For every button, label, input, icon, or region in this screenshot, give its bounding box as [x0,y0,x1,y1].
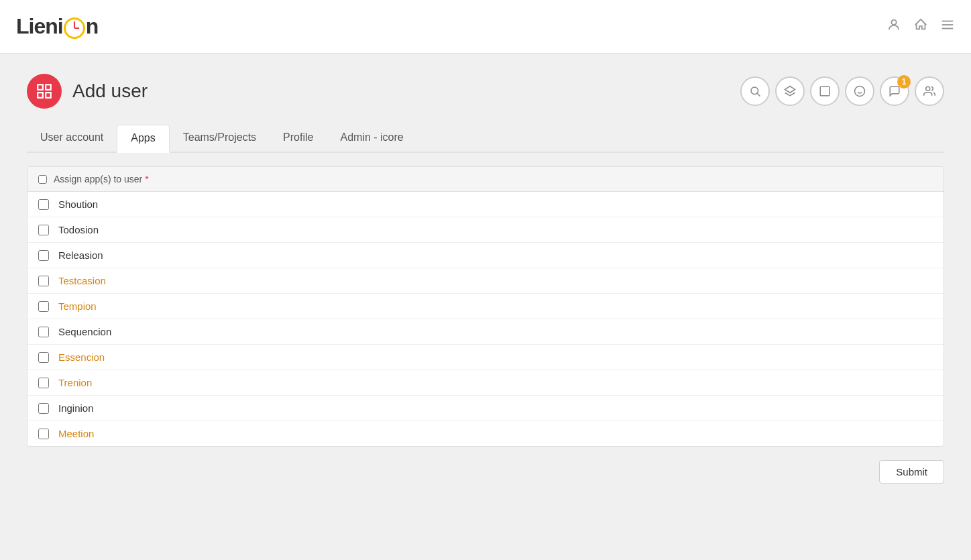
app-checkbox-2[interactable] [38,250,49,261]
assign-apps-label: Assign app(s) to user * [54,174,149,184]
svg-point-8 [751,87,758,95]
header: Lienin [0,0,971,54]
svg-rect-5 [46,85,51,90]
svg-point-15 [926,87,930,91]
svg-point-0 [891,19,896,24]
app-name-4: Tempion [58,300,97,312]
app-checkbox-9[interactable] [38,429,49,439]
app-row: Testcasion [27,268,944,294]
app-name-3: Testcasion [58,275,106,286]
app-list-header: Assign app(s) to user * [27,167,944,192]
app-row: Shoution [27,192,944,217]
main-content: Add user 1 User account [0,54,971,510]
app-name-8: Inginion [58,402,94,414]
home-icon[interactable] [913,17,928,36]
app-row: Inginion [27,396,944,421]
svg-line-9 [757,93,760,96]
app-list: ShoutionTodosionReleasionTestcasionTempi… [27,192,944,446]
tab-admin-icore[interactable]: Admin - icore [327,125,416,153]
app-row: Releasion [27,243,944,268]
svg-rect-7 [46,93,51,98]
logo-text-lieni: Lieni [16,14,63,38]
chat-badge: 1 [897,75,911,89]
app-checkbox-0[interactable] [38,199,49,210]
app-checkbox-7[interactable] [38,378,49,388]
app-checkbox-6[interactable] [38,352,49,363]
app-checkbox-8[interactable] [38,403,49,414]
svg-rect-11 [820,87,830,96]
app-checkbox-4[interactable] [38,301,49,312]
app-name-1: Todosion [58,224,99,235]
page-icon [27,74,62,109]
svg-point-12 [855,87,865,97]
app-checkbox-5[interactable] [38,327,49,337]
menu-icon[interactable] [940,17,955,36]
app-row: Todosion [27,217,944,243]
crop-toolbar-btn[interactable] [810,76,840,106]
tab-user-account[interactable]: User account [27,125,117,153]
layers-toolbar-btn[interactable] [775,76,805,106]
app-row: Sequencion [27,319,944,345]
app-row: Meetion [27,421,944,446]
toolbar-icons: 1 [740,76,944,106]
person-icon[interactable] [887,17,901,36]
emoji-toolbar-btn[interactable] [845,76,874,106]
logo: Lienin [16,14,98,39]
app-name-5: Sequencion [58,326,111,337]
page-title: Add user [72,80,148,102]
logo-clock-icon [64,17,85,39]
tab-teams-projects[interactable]: Teams/Projects [170,125,270,153]
tab-apps[interactable]: Apps [117,125,169,153]
search-toolbar-btn[interactable] [740,76,770,106]
app-row: Essencion [27,345,944,370]
submit-area: Submit [27,447,944,490]
select-all-checkbox[interactable] [38,175,47,184]
svg-rect-4 [38,85,43,90]
app-checkbox-1[interactable] [38,225,49,235]
app-row: Trenion [27,370,944,396]
group-toolbar-btn[interactable] [915,76,944,106]
svg-marker-10 [785,87,795,93]
app-name-6: Essencion [58,351,105,363]
app-name-2: Releasion [58,249,103,261]
app-name-7: Trenion [58,377,92,388]
app-checkbox-3[interactable] [38,276,49,286]
app-name-9: Meetion [58,428,94,439]
submit-button[interactable]: Submit [879,460,944,484]
page-title-area: Add user [27,74,148,109]
logo-text-n: n [86,14,99,38]
apps-card: Assign app(s) to user * ShoutionTodosion… [27,166,944,447]
tab-profile[interactable]: Profile [270,125,327,153]
required-marker: * [145,174,148,184]
tabs: User account Apps Teams/Projects Profile… [27,125,944,153]
svg-rect-6 [38,93,43,98]
app-row: Tempion [27,294,944,319]
header-right [887,17,955,36]
app-name-0: Shoution [58,199,98,210]
page-header: Add user 1 [27,74,944,109]
chat-toolbar-btn[interactable]: 1 [880,76,909,106]
